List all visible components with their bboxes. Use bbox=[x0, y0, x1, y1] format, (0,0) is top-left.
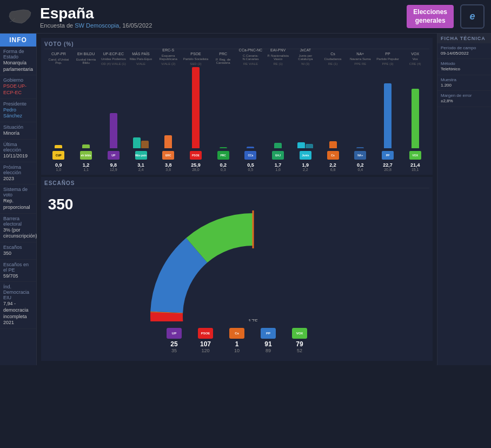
value-row-upecpec: 9,812,9 bbox=[110, 162, 117, 172]
bar-group-vox: VOXVoxCRE (4)VOX21,415,1 bbox=[402, 52, 428, 172]
logo-row-psoe: PSOE bbox=[190, 149, 202, 161]
seat-value-cs: 1 bbox=[235, 340, 239, 348]
sidebar-item: SituaciónMinoría bbox=[0, 122, 36, 140]
bar-group-maspais: MÁS PAÍSMás País-EquoV/ALEMás país3,12,4 bbox=[128, 52, 154, 172]
party-sublabel-ehbildu: Euskal Herria Bildu bbox=[73, 58, 99, 65]
value-prev-nap: 0,4 bbox=[357, 168, 364, 172]
bar-psoe bbox=[192, 67, 200, 148]
party-sublabel-ccapncnc: C.Canaria-N.Canarias bbox=[237, 54, 264, 61]
bar-wrapper-jxcat bbox=[297, 67, 313, 148]
seat-value-upecpec: 25 bbox=[170, 340, 177, 348]
chart-area: VOTO (%) CUP-PRCand. d'Unitat Pop.CUP0,9… bbox=[37, 34, 437, 365]
value-row-pp: 22,720,8 bbox=[383, 162, 393, 172]
donut-chart-container: 175 bbox=[140, 192, 367, 321]
party-name-ccapncnc: CCa-PNC-NC bbox=[237, 48, 264, 52]
party-notes-maspais: V/ALE bbox=[136, 62, 145, 66]
value-main-eaipnv: 1,7 bbox=[275, 162, 282, 168]
value-prev-cup: 1,0 bbox=[55, 168, 62, 172]
value-main-ehbildu: 1,2 bbox=[83, 162, 90, 168]
logo-row-upecpec: UP bbox=[108, 149, 120, 161]
donut-segment-psoe bbox=[150, 312, 211, 321]
party-sublabel-psoe: Partido Socialista bbox=[183, 57, 208, 61]
sidebar-item: PresidentePedro Sánchez bbox=[0, 99, 36, 122]
value-row-psoe: 25,928,0 bbox=[191, 162, 201, 172]
seat-item-vox: VOX7952 bbox=[292, 328, 307, 353]
party-name-vox: VOX bbox=[402, 52, 428, 56]
sidebar-item-value: PSOE·UP-ECP-EC bbox=[3, 83, 33, 96]
bar2-jxcat bbox=[306, 144, 313, 148]
party-notes-eaipnv: RE (1) bbox=[273, 62, 282, 66]
party-name-nap: NA+ bbox=[347, 52, 374, 56]
donut-chart-svg: 175 bbox=[140, 192, 367, 321]
bar-wrapper-pp bbox=[384, 67, 392, 148]
logo-row-nap: NA+ bbox=[354, 149, 366, 161]
party-notes-psoe: S&D (2) bbox=[190, 62, 201, 66]
party-logo-eaipnv: EAJ bbox=[272, 151, 284, 160]
bar-wrapper-cup bbox=[55, 67, 62, 148]
party-logo-ehbildu: eh bildu bbox=[80, 151, 92, 160]
seat-prev-pp: 89 bbox=[266, 348, 271, 353]
value-prev-pp: 20,8 bbox=[383, 168, 393, 172]
page-header: España Encuesta de SW Demoscopia, 16/05/… bbox=[0, 0, 491, 34]
party-name-cup: CUP-PR bbox=[45, 52, 72, 56]
seat-logo-upecpec: UP bbox=[167, 328, 182, 339]
bar-ercs bbox=[164, 135, 172, 148]
party-logo-upecpec: UP bbox=[108, 151, 120, 160]
value-main-ercs: 3,8 bbox=[165, 162, 172, 168]
ficha-item-label: Método bbox=[441, 61, 488, 66]
party-logo-cup: CUP bbox=[52, 151, 64, 160]
bar-wrapper-eaipnv bbox=[274, 67, 282, 148]
logo-row-pp: PP bbox=[382, 149, 394, 161]
vote-section-title: VOTO (%) bbox=[44, 41, 429, 49]
party-name-prc: PRC bbox=[210, 52, 236, 56]
bar-group-ehbildu: EH BILDUEuskal Herria Bildueh bildu1,21,… bbox=[73, 52, 99, 172]
seat-item-pp: PP9189 bbox=[261, 328, 276, 353]
party-name-cs: Cs bbox=[320, 52, 346, 56]
bar-group-jxcat: JxCATJunts per CatalunyaNI (3)Junts1,92,… bbox=[292, 48, 319, 172]
bar-nap bbox=[356, 147, 364, 148]
value-row-cup: 0,91,0 bbox=[55, 162, 62, 172]
bar-prc bbox=[220, 147, 227, 148]
ficha-item-label: Margen de error bbox=[441, 93, 488, 98]
party-logo-vox: VOX bbox=[409, 151, 421, 160]
party-logo-ccapncnc: CCa bbox=[244, 151, 256, 160]
ficha-item: Muestra1.200 bbox=[437, 75, 491, 91]
bar-group-ercs: ERC-SEsquerra RepublicanaV/ALE (2)ERC3,8… bbox=[155, 48, 182, 172]
party-logo-pp: PP bbox=[382, 151, 394, 160]
electograph-logo: e bbox=[460, 4, 485, 29]
main-content: INFO Forma de EstadoMonarquía parlamenta… bbox=[0, 34, 491, 365]
party-logo-nap: NA+ bbox=[354, 151, 366, 160]
seats-section: ESCAÑOS 350 175 UP2535PSOE107120Cs110PP9… bbox=[41, 177, 433, 361]
spain-map-icon bbox=[6, 4, 34, 29]
bar-wrapper-vox bbox=[412, 67, 419, 148]
seat-item-psoe: PSOE107120 bbox=[198, 328, 213, 353]
seat-logo-cs: Cs bbox=[229, 328, 244, 339]
party-name-ercs: ERC-S bbox=[155, 48, 182, 52]
page-title-block: España Encuesta de SW Demoscopia, 16/05/… bbox=[40, 5, 152, 29]
sidebar-item-value: 7,94 - democracia incompleta 2021 bbox=[3, 301, 33, 326]
ficha-item: Margen de error±2,8% bbox=[437, 91, 491, 107]
seat-value-vox: 79 bbox=[296, 340, 303, 348]
sidebar-item: Escaños350 bbox=[0, 242, 36, 260]
logo-row-maspais: Más país bbox=[135, 149, 147, 161]
bar-wrapper-ehbildu bbox=[82, 67, 90, 148]
bar-chart: CUP-PRCand. d'Unitat Pop.CUP0,91,0EH BIL… bbox=[44, 52, 429, 172]
party-name-ehbildu: EH BILDU bbox=[73, 52, 99, 56]
total-seats: 350 bbox=[48, 196, 74, 213]
bar-wrapper-prc bbox=[220, 67, 227, 148]
seat-item-upecpec: UP2535 bbox=[167, 328, 182, 353]
party-notes-ercs: V/ALE (2) bbox=[161, 62, 175, 66]
party-sublabel-cs: Ciudadanos bbox=[324, 57, 342, 61]
info-button[interactable]: INFO bbox=[0, 34, 36, 47]
bar-group-nap: NA+Navarra SumaPPE RENA+0,20,4 bbox=[347, 52, 374, 172]
sidebar-item-label: Forma de Estado bbox=[3, 49, 33, 60]
sidebar-item: Barrera electoral3% (por circunscripción… bbox=[0, 214, 36, 242]
party-name-jxcat: JxCAT bbox=[292, 48, 319, 52]
seat-logo-pp: PP bbox=[261, 328, 276, 339]
party-sublabel-upecpec: Unidas Podemos bbox=[101, 57, 126, 61]
sidebar-item: Forma de EstadoMonarquía parlamentaria bbox=[0, 47, 36, 75]
bar-ehbildu bbox=[82, 144, 90, 148]
value-prev-ehbildu: 1,1 bbox=[83, 168, 90, 172]
bar-wrapper-nap bbox=[356, 67, 364, 148]
sidebar-item-value: 3% (por circunscripción) bbox=[3, 227, 33, 240]
